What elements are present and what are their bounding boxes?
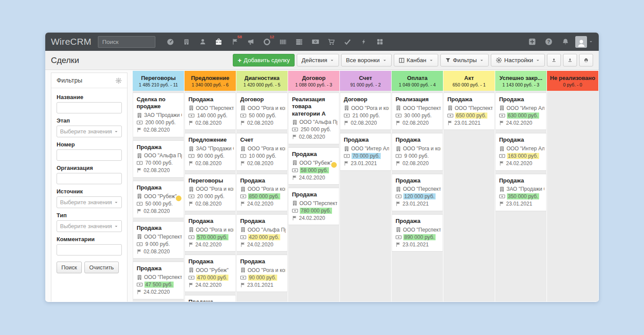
documents-icon[interactable] [291,33,307,51]
bell-icon[interactable] [557,33,574,51]
date-icon [137,249,142,254]
deal-date-row: 02.08.2020 [188,200,234,208]
apps-grid-icon[interactable] [372,33,388,51]
deal-card[interactable]: ПродажаООО "Перспектива780 000 руб.24.02… [288,188,339,225]
deal-org-row: ООО "Рубеж" [292,159,337,166]
organizations-icon[interactable] [178,33,195,51]
deal-date: 24.02.2020 [195,282,221,288]
deal-card[interactable]: ПродажаООО "Рога и копы.850 000 руб.24.0… [236,174,288,211]
deal-card[interactable]: ПродажаООО "Перспектива650 000 руб.23.01… [443,93,495,130]
add-deal-button[interactable]: +Добавить сделку [233,54,295,66]
organization-icon [137,113,142,118]
deal-card[interactable]: ПродажаЗАО "Продажи Ст.350 000 руб.23.01… [495,174,547,211]
deal-date: 24.02.2020 [144,289,170,295]
deal-card[interactable]: ПродажаООО "Рубеж"58 000 руб.24.02.2020 [288,147,339,185]
deal-title: Продажа [188,258,234,265]
filter-search-button[interactable]: Поиск [57,262,82,273]
filter-clear-button[interactable]: Очистить [84,262,119,273]
actions-menu-button[interactable]: Действия [297,54,339,66]
column-header: Диагностика1 420 000 руб. - 5 [236,71,288,91]
filter-input-3[interactable] [57,173,122,184]
deal-card[interactable]: ПредложениеЗАО "Продажи С90 000 руб.02.0… [184,133,236,170]
payments-icon[interactable] [307,33,323,51]
filters-menu-button[interactable]: Фильтры [440,54,489,66]
bolt-icon[interactable] [356,33,372,51]
deal-amount-row: 90 000 руб. [240,274,285,281]
deal-card[interactable]: ПродажаООО "Рубеж"50 000 руб.02.08.2020 [133,181,184,218]
deal-org-row: ООО "Перспектива [137,233,182,240]
deal-card[interactable]: ПродажаООО "Перспектива9 000 руб.02.08.2… [133,221,184,259]
deal-card[interactable]: ПродажаООО "Рога и копы.9 000 руб.02.08.… [392,133,443,170]
upload-button[interactable] [547,54,561,66]
deal-card[interactable]: ПродажаООО "Альфа Прое.420 000 руб.24.02… [236,214,288,252]
deal-org-row: ООО "Перспектива [396,104,441,112]
deal-card[interactable]: ДоговорООО "Рога и копы.50 000 руб.02.08… [236,93,288,130]
filter-select-1[interactable]: Выберите значения [57,126,122,137]
tasks-flag-icon[interactable]: 58 [227,33,243,51]
settings-menu-button[interactable]: Настройки [491,54,545,66]
deal-date-row: 02.08.2020 [137,126,182,134]
filter-select-4[interactable]: Выберите значения [57,196,122,208]
cart-icon[interactable] [323,33,339,51]
deal-org: ООО "Перспектива [403,227,441,233]
filter-input-0[interactable] [57,102,122,113]
deal-card[interactable]: РеализацияООО "Перспектива30 000 руб.02.… [392,93,443,130]
filter-select-5[interactable]: Выберите значения [57,220,122,232]
deal-card[interactable]: СчетООО "Рога и копы.10 000 руб.02.08.20… [236,133,288,170]
deal-date: 23.01.2021 [351,160,377,166]
deal-card[interactable]: ПродажаООО "Интер Алго..70 000 руб.23.01… [340,133,391,170]
column-summary: 0 руб. - 0 [563,82,582,87]
deal-card[interactable]: ПродажаООО "Рога и копы.90 000 руб.23.01… [236,255,288,292]
user-avatar-menu[interactable] [575,36,593,48]
deal-date: 24.02.2020 [506,160,532,166]
help-icon[interactable]: ? [540,33,557,51]
deal-title: Продажа [396,218,441,225]
deal-date-row: 02.08.2020 [240,160,285,167]
deal-card[interactable]: ПродажаООО "Рога и коп570 000 руб.24.02.… [184,214,236,252]
column-body: Сделка по продажеЗАО "Продажи Ст.200 000… [133,91,184,302]
filter-settings-gear-icon[interactable] [115,77,122,84]
deal-card[interactable]: Реализация товара категории АООО "Альфа … [288,93,339,144]
add-icon[interactable] [524,33,540,51]
download-button[interactable] [563,54,577,66]
deal-card[interactable]: Сделка по продажеЗАО "Продажи Ст.200 000… [133,93,184,137]
deal-card[interactable]: ПродажаООО "Интер Алго..630 000 руб.24.0… [495,93,547,130]
contacts-icon[interactable] [195,33,211,51]
deal-org: ООО "Рога и копы. [248,105,285,111]
deals-icon[interactable] [211,33,227,51]
deal-card[interactable]: ПродажаООО "Альфа Прое.70 000 руб.02.08.… [133,140,184,178]
deal-org: ООО "Рубеж" [144,193,177,199]
check-icon[interactable] [339,33,356,51]
view-kanban-button[interactable]: Канбан [394,54,438,66]
deal-card[interactable]: ПродажаООО "Перспекти140 000 руб.02.08.2… [184,93,236,130]
deal-amount: 250 000 руб. [300,126,332,133]
print-button[interactable] [579,54,593,66]
deal-card[interactable]: ПродажаООО "Перспектива47 500 руб.24.02.… [133,262,184,299]
deal-card[interactable]: ПродажаООО "Перспектива890 000 руб.23.01… [392,214,443,252]
filter-input-2[interactable] [57,149,122,161]
filter-buttons: Поиск Очистить [51,255,127,279]
caret-down-icon [480,58,484,63]
deal-org-row: ООО "Альфа Прое. [292,119,337,126]
organization-icon [396,186,401,192]
deal-card[interactable]: ПродажаООО "Перспекти50 000 руб.24.02.20… [184,295,236,302]
barcode-icon[interactable] [275,33,291,51]
funnels-menu-button[interactable]: Все воронки [341,54,391,66]
deal-card[interactable]: ДоговорООО "Рога и копы.21 000 руб.02.08… [340,93,391,130]
gear-icon [496,57,502,63]
filter-input-6[interactable] [57,244,122,255]
deal-card[interactable]: ПродажаООО "Рубеж"470 000 руб.24.02.2020 [184,255,236,292]
deal-amount-row: 70 000 руб. [137,159,182,167]
top-navbar: WireCRM 5812 ? [45,33,599,51]
deal-card[interactable]: ПродажаООО "Интер Алго..163 000 руб.24.0… [495,133,547,170]
column-title: Переговоры [141,75,176,81]
deal-org: ООО "Рубеж" [299,160,332,166]
deal-card[interactable]: ПродажаООО "Перспектива120 000 руб.23.01… [392,174,443,211]
megaphone-icon[interactable] [243,33,259,51]
global-search-input[interactable] [98,36,155,48]
dashboard-icon[interactable] [162,33,178,51]
column-header: Акт650 000 руб. - 1 [443,71,495,91]
deal-card[interactable]: ПереговорыООО "Рога и коп20 000 руб.02.0… [184,174,236,211]
date-icon [292,134,297,139]
support-icon[interactable]: 12 [259,33,275,51]
